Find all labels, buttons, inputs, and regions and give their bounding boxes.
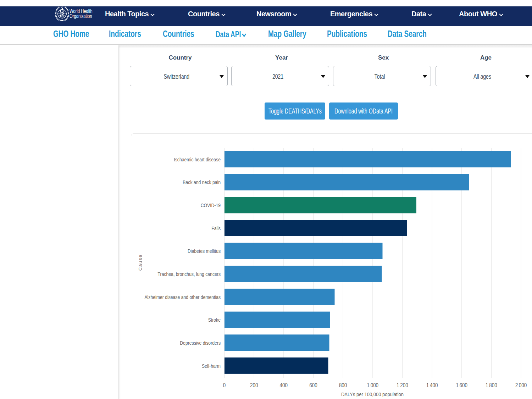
svg-text:1 800: 1 800 — [486, 382, 497, 388]
svg-text:COVID-19: COVID-19 — [201, 203, 221, 208]
svg-text:1 000: 1 000 — [367, 382, 379, 388]
svg-text:Back and neck pain: Back and neck pain — [183, 179, 221, 185]
svg-text:400: 400 — [280, 382, 288, 388]
svg-text:Self-harm: Self-harm — [202, 363, 221, 368]
svg-text:Depressive disorders: Depressive disorders — [180, 340, 221, 346]
svg-text:600: 600 — [309, 382, 317, 388]
svg-text:Trachea, bronchus, lung cancer: Trachea, bronchus, lung cancers — [158, 271, 221, 277]
svg-text:DALYs per 100,000 population: DALYs per 100,000 population — [341, 391, 404, 397]
svg-text:1 600: 1 600 — [456, 382, 467, 388]
svg-text:Stroke: Stroke — [208, 317, 221, 323]
svg-text:200: 200 — [250, 382, 258, 388]
svg-text:1 400: 1 400 — [426, 382, 438, 388]
svg-text:Alzheimer disease and other de: Alzheimer disease and other dementias — [144, 294, 221, 300]
svg-text:2 000: 2 000 — [515, 382, 527, 388]
svg-text:Diabetes mellitus: Diabetes mellitus — [188, 248, 221, 254]
svg-text:Falls: Falls — [211, 226, 221, 231]
svg-text:0: 0 — [223, 382, 226, 388]
svg-text:Ischaemic heart disease: Ischaemic heart disease — [174, 157, 221, 162]
svg-text:Cause: Cause — [138, 254, 143, 271]
svg-text:1 200: 1 200 — [397, 382, 408, 388]
svg-text:800: 800 — [339, 382, 347, 388]
